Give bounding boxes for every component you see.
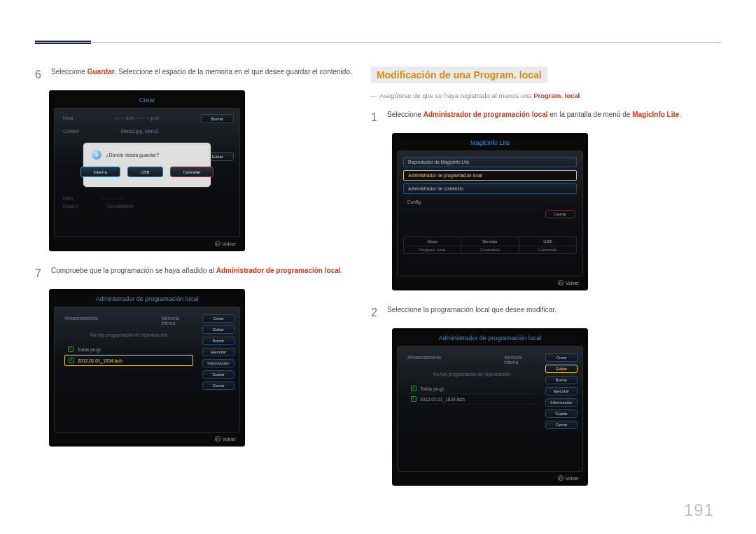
check-icon <box>411 396 416 402</box>
step-number: 1 <box>371 109 381 126</box>
editar-button[interactable]: Editar <box>202 325 234 334</box>
info-button[interactable]: Información <box>202 359 234 367</box>
dialog-question: ¿Dónde desea guardar? <box>106 153 159 157</box>
return-button[interactable]: ↶Volver <box>215 436 236 442</box>
cerrar-button[interactable]: Cerrar <box>545 421 578 429</box>
borrar-button[interactable]: Borrar <box>201 114 234 123</box>
mi-row[interactable]: Administrador de contenido <box>403 183 577 194</box>
interna-button[interactable]: Interna <box>80 167 120 177</box>
page-number: 191 <box>684 500 714 520</box>
cancelar-button[interactable]: Cancelar <box>170 167 214 177</box>
list-item[interactable]: Todas progr. <box>407 384 536 394</box>
return-icon: ↶ <box>215 241 220 246</box>
return-button[interactable]: ↶Volver <box>558 280 579 286</box>
crear-button[interactable]: Crear <box>202 314 234 323</box>
step-text: Seleccione la programación local que des… <box>387 304 556 321</box>
osd-crear: Crear Hora-- : -- a.m. ~ -- : -- p.m. Co… <box>49 90 245 251</box>
list-item[interactable]: Todas progr. <box>64 344 193 355</box>
info-icon: i <box>92 150 102 160</box>
return-button[interactable]: ↶Volver <box>215 241 236 246</box>
crear-button[interactable]: Crear <box>545 353 578 362</box>
osd-title: Administrador de programación local <box>54 293 240 307</box>
side-buttons: Crear Editar Borrar Ejecutar Información… <box>545 353 578 429</box>
cerrar-button[interactable]: Cerrar <box>545 210 575 218</box>
mi-row[interactable]: Reproductor de MagicInfo Lite <box>403 157 577 167</box>
return-icon: ↶ <box>558 280 564 286</box>
copiar-button[interactable]: Copiar <box>202 370 234 379</box>
step-text: Seleccione Guardar. Seleccione el espaci… <box>51 66 352 83</box>
status-grid-values: Program. local Conectado Conectado <box>403 246 577 254</box>
status-grid: Modo Servidor USB <box>403 237 577 246</box>
top-divider <box>35 42 721 43</box>
step-number: 7 <box>35 265 45 282</box>
left-column: 6 Seleccione Guardar. Seleccione el espa… <box>35 66 364 461</box>
osd-magicinfo: MagicInfo Lite Reproductor de MagicInfo … <box>392 133 588 290</box>
step-text: Seleccione Administrador de programación… <box>387 109 681 126</box>
osd-title: MagicInfo Lite <box>397 137 583 150</box>
return-icon: ↶ <box>215 436 220 442</box>
hl-guardar: Guardar <box>88 68 115 76</box>
mi-config[interactable]: Config. <box>403 197 577 207</box>
check-icon <box>68 346 74 352</box>
cerrar-button[interactable]: Cerrar <box>202 381 234 390</box>
list-item-selected[interactable]: 2012.01.01_1834.lsch <box>64 355 193 366</box>
step-2: 2 Seleccione la programación local que d… <box>371 304 721 321</box>
step-text: Compruebe que la programación se haya añ… <box>51 265 342 282</box>
step-number: 6 <box>35 66 45 83</box>
borrar-button[interactable]: Borrar <box>202 337 234 345</box>
osd-admin-right: Administrador de programación local Alma… <box>392 328 588 486</box>
osd-title: Crear <box>54 94 240 108</box>
step-6: 6 Seleccione Guardar. Seleccione el espa… <box>35 66 364 83</box>
return-icon: ↶ <box>558 475 564 481</box>
right-column: Modificación de una Program. local Asegú… <box>371 66 721 500</box>
return-button[interactable]: ↶Volver <box>558 475 579 481</box>
save-dialog: i ¿Dónde desea guardar? Interna USB Canc… <box>83 142 211 188</box>
note: Asegúrese de que se haya registrado al m… <box>371 92 721 99</box>
check-icon <box>411 386 416 391</box>
ejecutar-button[interactable]: Ejecutar <box>545 387 578 395</box>
osd-title: Administrador de programación local <box>397 332 583 346</box>
hl-admin: Administrador de programación local <box>216 267 341 274</box>
osd-admin-left: Administrador de programación local Alma… <box>49 289 245 447</box>
usb-button[interactable]: USB <box>127 167 163 177</box>
info-button[interactable]: Información <box>545 398 578 407</box>
editar-button-selected[interactable]: Editar <box>545 365 578 373</box>
side-buttons: Crear Editar Borrar Ejecutar Información… <box>202 314 234 390</box>
step-7: 7 Compruebe que la programación se haya … <box>35 265 364 282</box>
mi-row-selected[interactable]: Administrador de programación local <box>403 170 577 181</box>
borrar-button[interactable]: Borrar <box>545 376 578 384</box>
step-1: 1 Seleccione Administrador de programaci… <box>371 109 721 126</box>
check-icon <box>69 358 74 363</box>
section-heading: Modificación de una Program. local <box>371 66 547 83</box>
empty-message: No hay programación de reproducción <box>64 325 193 344</box>
step-number: 2 <box>371 304 381 321</box>
ejecutar-button[interactable]: Ejecutar <box>202 348 234 356</box>
copiar-button[interactable]: Copiar <box>545 409 578 418</box>
empty-message: No hay programación de reproducción <box>407 365 536 384</box>
list-item[interactable]: 2012.01.01_1834.lsch <box>407 394 536 405</box>
